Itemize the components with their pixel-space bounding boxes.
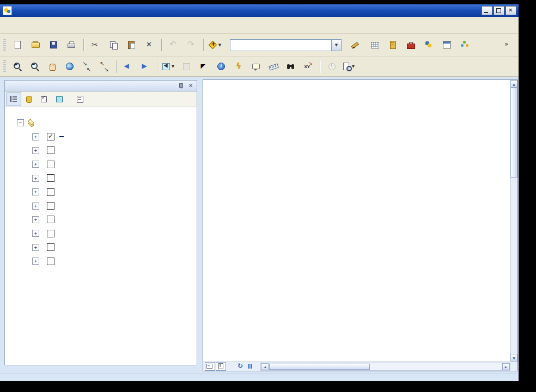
- scroll-up-button[interactable]: [510, 80, 517, 88]
- expand-expander-icon[interactable]: [32, 230, 39, 237]
- map-canvas[interactable]: [203, 80, 510, 362]
- layer-label[interactable]: [59, 164, 64, 165]
- expand-expander-icon[interactable]: [32, 203, 39, 210]
- layer-label[interactable]: [59, 261, 64, 262]
- layer-visibility-checkbox[interactable]: [47, 146, 54, 154]
- expand-expander-icon[interactable]: [32, 133, 39, 140]
- find-button[interactable]: [283, 59, 299, 74]
- list-by-drawing-order-button[interactable]: [7, 93, 21, 106]
- close-button[interactable]: [505, 6, 516, 15]
- toolbar-grip[interactable]: [3, 60, 6, 73]
- copy-button[interactable]: [106, 37, 121, 53]
- minimize-button[interactable]: [482, 6, 492, 15]
- python-window-button[interactable]: [421, 37, 437, 53]
- scroll-down-button[interactable]: [510, 354, 517, 362]
- toolbar-grip[interactable]: [3, 39, 6, 52]
- layer-visibility-checkbox[interactable]: [47, 133, 54, 140]
- menu-edit[interactable]: [25, 22, 39, 28]
- map-horizontal-scrollbar[interactable]: [260, 363, 510, 371]
- arctoolbox-button[interactable]: [403, 37, 419, 53]
- scroll-right-button[interactable]: [502, 363, 510, 370]
- add-data-button[interactable]: [208, 37, 223, 53]
- toc-root-row[interactable]: [5, 116, 197, 130]
- map-vertical-scrollbar[interactable]: [510, 80, 517, 362]
- toc-close-icon[interactable]: [187, 82, 194, 90]
- measure-button[interactable]: [266, 59, 281, 74]
- redo-button[interactable]: [184, 37, 199, 53]
- hyperlink-button[interactable]: [231, 59, 246, 74]
- menu-customize[interactable]: [110, 22, 124, 28]
- identify-button[interactable]: [214, 59, 229, 74]
- fixed-zoom-in-button[interactable]: [80, 59, 95, 74]
- layer-label[interactable]: [59, 219, 64, 220]
- print-button[interactable]: [64, 37, 80, 53]
- pin-icon[interactable]: [178, 82, 184, 90]
- layer-label[interactable]: [59, 233, 64, 234]
- menu-selection[interactable]: [82, 22, 96, 28]
- new-document-button[interactable]: [10, 37, 26, 53]
- html-popup-button[interactable]: [248, 59, 264, 74]
- expand-expander-icon[interactable]: [32, 188, 39, 195]
- expand-expander-icon[interactable]: [32, 244, 39, 251]
- scale-combo-dropdown-button[interactable]: [331, 40, 341, 51]
- layer-visibility-checkbox[interactable]: [47, 174, 54, 182]
- collapse-expander-icon[interactable]: [17, 119, 24, 126]
- layer-label[interactable]: [59, 205, 64, 206]
- layer-visibility-checkbox[interactable]: [47, 188, 54, 196]
- maximize-button[interactable]: [494, 6, 504, 15]
- toc-options-button[interactable]: [73, 93, 88, 106]
- layer-visibility-checkbox[interactable]: [47, 202, 54, 210]
- layer-label[interactable]: [59, 136, 64, 137]
- layer-visibility-checkbox[interactable]: [47, 161, 54, 168]
- vertical-scroll-thumb[interactable]: [510, 88, 517, 177]
- zoom-out-button[interactable]: [27, 59, 42, 74]
- pan-button[interactable]: [45, 59, 60, 74]
- open-attribute-table-button[interactable]: [367, 37, 383, 53]
- clear-selected-features-button[interactable]: [179, 59, 194, 74]
- cut-button[interactable]: [88, 37, 103, 53]
- layer-visibility-checkbox[interactable]: [47, 216, 54, 223]
- menu-insert[interactable]: [68, 22, 82, 28]
- menu-geoprocessing[interactable]: [96, 22, 110, 28]
- pause-drawing-button[interactable]: [246, 363, 255, 370]
- zoom-in-button[interactable]: [10, 59, 25, 74]
- list-by-selection-button[interactable]: [52, 93, 67, 106]
- menu-bookmarks[interactable]: [53, 22, 68, 28]
- select-features-button[interactable]: [161, 59, 176, 74]
- expand-expander-icon[interactable]: [32, 216, 39, 223]
- layout-view-button[interactable]: [216, 362, 226, 371]
- menu-file[interactable]: [11, 22, 25, 28]
- list-by-visibility-button[interactable]: [37, 93, 52, 106]
- editor-toolbar-button[interactable]: [349, 37, 365, 53]
- expand-expander-icon[interactable]: [32, 161, 39, 168]
- toolbar-overflow-button[interactable]: [500, 37, 515, 53]
- delete-button[interactable]: [142, 37, 157, 53]
- menu-view[interactable]: [39, 22, 53, 28]
- title-bar[interactable]: [0, 4, 519, 17]
- refresh-button[interactable]: [236, 363, 245, 370]
- expand-expander-icon[interactable]: [32, 147, 39, 154]
- list-by-source-button[interactable]: [22, 93, 36, 106]
- back-extent-button[interactable]: [120, 59, 136, 74]
- expand-expander-icon[interactable]: [32, 258, 39, 265]
- fixed-zoom-out-button[interactable]: [97, 59, 112, 74]
- toc-header[interactable]: [4, 80, 197, 91]
- search-window-button[interactable]: [439, 37, 455, 53]
- data-frame-label[interactable]: [38, 122, 42, 124]
- go-to-xy-button[interactable]: [301, 59, 316, 74]
- save-button[interactable]: [46, 37, 62, 53]
- layer-visibility-checkbox[interactable]: [47, 243, 54, 251]
- menu-help[interactable]: [138, 22, 153, 28]
- forward-extent-button[interactable]: [138, 59, 153, 74]
- paste-button[interactable]: [124, 37, 139, 53]
- data-view-button[interactable]: [205, 362, 215, 371]
- full-extent-button[interactable]: [62, 59, 77, 74]
- horizontal-scroll-thumb[interactable]: [269, 364, 370, 370]
- open-button[interactable]: [28, 37, 44, 53]
- layer-label[interactable]: [59, 150, 64, 151]
- undo-button[interactable]: [166, 37, 181, 53]
- modelbuilder-button[interactable]: [457, 37, 473, 53]
- layer-visibility-checkbox[interactable]: [47, 230, 54, 237]
- select-elements-button[interactable]: [196, 59, 211, 74]
- expand-expander-icon[interactable]: [32, 175, 39, 182]
